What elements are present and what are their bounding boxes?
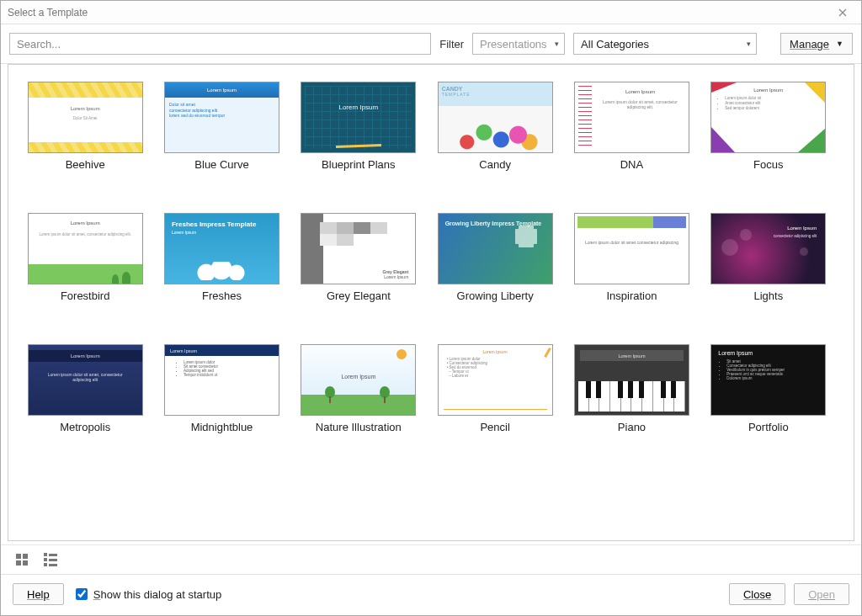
template-label: Candy [479, 158, 511, 171]
close-button[interactable]: Close [729, 583, 785, 605]
template-label: Piano [618, 421, 646, 433]
template-thumbnail: Lorem IpsumDolor Sit Amet [28, 82, 143, 153]
category-filter-dropdown[interactable]: All Categories ▾ [573, 33, 757, 55]
template-thumbnail: Growing Liberty Impress Template [438, 213, 553, 284]
template-label: DNA [620, 158, 643, 171]
template-label: Metropolis [60, 421, 110, 433]
close-icon [838, 8, 847, 17]
template-midnightblue[interactable]: Lorem Ipsum Lorem ipsum dolorSit amet co… [158, 344, 285, 433]
template-thumbnail: Lorem Ipsum Lorem ipsum dolorSit amet co… [164, 344, 279, 416]
template-nature-illustration[interactable]: Lorem Ipsum Nature Illustration [295, 344, 422, 433]
grid-icon [16, 554, 21, 559]
template-thumbnail: CANDYTEMPLATE [438, 82, 553, 153]
template-picker-window: Select a Template Filter Presentations ▾… [0, 0, 862, 616]
template-thumbnail: Freshes Impress Template Lorem Ipsum [164, 213, 279, 284]
template-thumbnail: Lorem Ipsum consectetur adipiscing elit [710, 213, 826, 284]
application-filter-value: Presentations [480, 38, 547, 50]
template-label: Inspiration [606, 289, 657, 302]
view-mode-row [1, 544, 861, 574]
template-label: Portfolio [748, 421, 789, 433]
template-list-container: Lorem IpsumDolor Sit Amet Beehive Lorem … [8, 64, 854, 541]
show-at-startup-label: Show this dialog at startup [93, 588, 221, 601]
template-thumbnail: Lorem Ipsum Dolor sit ametconsectetur ad… [164, 82, 279, 153]
template-thumbnail: Lorem Ipsum [574, 344, 689, 416]
application-filter-dropdown[interactable]: Presentations ▾ [472, 33, 565, 55]
template-thumbnail: Lorem Ipsum [301, 344, 416, 416]
template-thumbnail: Lorem Ipsum Lorem ipsum dolor sitAmet co… [710, 82, 826, 153]
titlebar: Select a Template [1, 1, 861, 24]
thumbnail-view-button[interactable] [13, 550, 31, 569]
template-thumbnail: Lorem Ipsum [301, 82, 416, 153]
template-focus[interactable]: Lorem Ipsum Lorem ipsum dolor sitAmet co… [705, 82, 832, 171]
template-lights[interactable]: Lorem Ipsum consectetur adipiscing elit … [705, 213, 832, 302]
template-growing-liberty[interactable]: Growing Liberty Impress Template Growing… [432, 213, 558, 302]
template-pencil[interactable]: Lorem Ipsum • Lorem ipsum dolor• Consect… [432, 344, 558, 433]
footer: Help Show this dialog at startup Close O… [1, 574, 861, 615]
template-portfolio[interactable]: Lorem Ipsum Sit ametConsectetur adipisci… [705, 344, 832, 433]
template-thumbnail: Grey ElegantLorem Ipsum [301, 213, 416, 284]
chevron-down-icon: ▼ [836, 40, 843, 48]
list-icon [44, 553, 57, 556]
window-close-button[interactable] [831, 3, 854, 23]
template-freshes[interactable]: Freshes Impress Template Lorem Ipsum Fre… [158, 213, 285, 302]
template-metropolis[interactable]: Lorem Ipsum Lorem ipsum dolor sit amet, … [22, 344, 148, 433]
show-at-startup-checkbox[interactable]: Show this dialog at startup [72, 586, 221, 603]
window-title: Select a Template [8, 7, 831, 19]
template-label: Lights [753, 289, 783, 302]
template-thumbnail: Lorem ipsum dolor sit amet consectetur a… [574, 213, 689, 284]
template-label: Midnightblue [191, 421, 253, 433]
template-beehive[interactable]: Lorem IpsumDolor Sit Amet Beehive [22, 82, 148, 171]
template-thumbnail: Lorem IpsumLorem ipsum dolor sit amet, c… [28, 213, 143, 284]
list-view-button[interactable] [41, 550, 60, 569]
template-label: Growing Liberty [457, 289, 534, 302]
filter-label: Filter [439, 38, 464, 50]
template-candy[interactable]: CANDYTEMPLATE Candy [432, 82, 558, 171]
template-thumbnail: Lorem Ipsum Lorem ipsum dolor sit amet, … [28, 344, 143, 416]
template-label: Forestbird [61, 289, 110, 302]
template-label: Freshes [202, 289, 242, 302]
template-label: Grey Elegant [327, 289, 391, 302]
help-button[interactable]: Help [13, 583, 64, 605]
close-label: Close [743, 588, 771, 601]
template-blueprint-plans[interactable]: Lorem Ipsum Blueprint Plans [295, 82, 422, 171]
help-label: Help [27, 588, 50, 601]
category-filter-value: All Categories [581, 38, 649, 50]
template-scroll-area[interactable]: Lorem IpsumDolor Sit Amet Beehive Lorem … [8, 65, 854, 540]
template-thumbnail: Lorem Ipsum Sit ametConsectetur adipisci… [710, 344, 826, 416]
open-button[interactable]: Open [794, 583, 849, 605]
template-blue-curve[interactable]: Lorem Ipsum Dolor sit ametconsectetur ad… [158, 82, 285, 171]
chevron-down-icon: ▾ [747, 40, 751, 48]
template-grey-elegant[interactable]: Grey ElegantLorem Ipsum Grey Elegant [295, 213, 422, 302]
template-label: Blue Curve [194, 158, 248, 171]
template-piano[interactable]: Lorem Ipsum Piano [568, 344, 694, 433]
chevron-down-icon: ▾ [555, 40, 559, 48]
template-label: Beehive [66, 158, 105, 171]
template-inspiration[interactable]: Lorem ipsum dolor sit amet consectetur a… [568, 213, 694, 302]
open-label: Open [808, 588, 835, 601]
template-label: Focus [753, 158, 783, 171]
template-thumbnail: Lorem Ipsum • Lorem ipsum dolor• Consect… [438, 344, 553, 416]
template-thumbnail: Lorem Ipsum Lorem ipsum dolor sit amet, … [574, 82, 689, 153]
toolbar: Filter Presentations ▾ All Categories ▾ … [1, 24, 861, 64]
manage-button[interactable]: Manage ▼ [780, 33, 853, 55]
template-forestbird[interactable]: Lorem IpsumLorem ipsum dolor sit amet, c… [22, 213, 148, 302]
search-input[interactable] [9, 33, 431, 55]
show-at-startup-input[interactable] [76, 588, 88, 600]
manage-label: Manage [790, 38, 829, 50]
template-label: Nature Illustration [316, 421, 402, 433]
template-grid: Lorem IpsumDolor Sit Amet Beehive Lorem … [17, 82, 837, 433]
template-dna[interactable]: Lorem Ipsum Lorem ipsum dolor sit amet, … [568, 82, 694, 171]
template-label: Blueprint Plans [322, 158, 395, 171]
template-label: Pencil [480, 421, 509, 433]
